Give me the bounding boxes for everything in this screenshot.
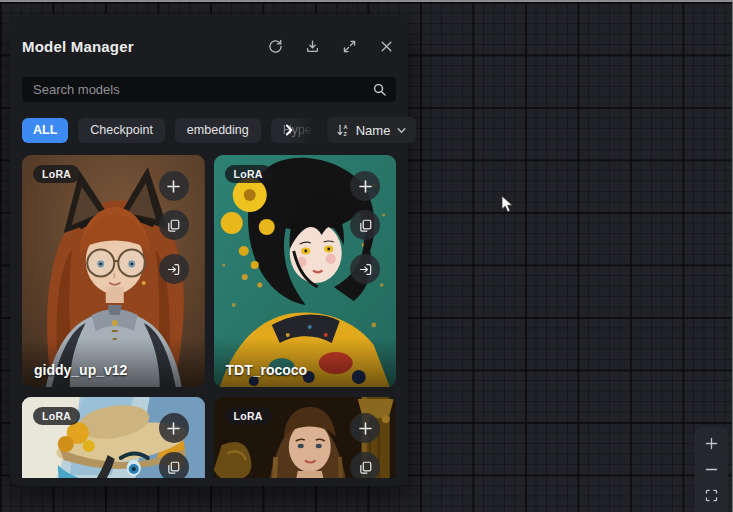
mouse-cursor <box>501 195 514 213</box>
download-icon <box>305 39 320 54</box>
load-workflow-button[interactable] <box>350 254 380 284</box>
panel-title: Model Manager <box>22 38 134 55</box>
minus-icon <box>704 462 719 477</box>
card-actions <box>159 171 189 284</box>
copy-model-button[interactable] <box>350 452 380 478</box>
load-workflow-button[interactable] <box>159 254 189 284</box>
plus-icon <box>357 420 374 437</box>
card-actions <box>350 171 380 284</box>
model-card-giddy-up-v12[interactable]: LoRA giddy_up_v12 <box>22 155 205 387</box>
search-icon <box>372 82 387 97</box>
fit-view-icon <box>704 488 719 503</box>
svg-text:A: A <box>343 124 347 130</box>
model-grid: LoRA giddy_up_v12 <box>22 155 396 478</box>
refresh-button[interactable] <box>267 38 283 54</box>
model-manager-panel: Model Manager <box>10 14 408 486</box>
card-actions <box>350 413 380 478</box>
model-type-badge: LoRA <box>225 165 272 183</box>
refresh-icon <box>268 39 283 54</box>
plus-icon <box>357 178 374 195</box>
copy-model-button[interactable] <box>159 210 189 240</box>
panel-header: Model Manager <box>22 34 396 58</box>
copy-icon <box>358 218 373 233</box>
plus-icon <box>704 436 719 451</box>
sort-dropdown[interactable]: A Z Name <box>327 117 417 143</box>
model-type-badge: LoRA <box>225 407 272 425</box>
model-card-partial-2[interactable]: LoRA <box>214 397 397 478</box>
filter-tab-all[interactable]: ALL <box>22 118 68 143</box>
filter-tab-embedding[interactable]: embedding <box>175 118 261 143</box>
add-to-workflow-button[interactable] <box>159 171 189 201</box>
chevron-right-icon <box>282 123 296 137</box>
copy-model-button[interactable] <box>350 210 380 240</box>
canvas-background[interactable]: Model Manager <box>0 0 733 512</box>
card-actions <box>159 413 189 478</box>
filter-scroll-right-button[interactable] <box>280 121 298 139</box>
model-name: TDT_rococo <box>214 338 397 387</box>
model-type-badge: LoRA <box>33 407 80 425</box>
add-to-workflow-button[interactable] <box>159 413 189 443</box>
model-list-viewport[interactable]: LoRA giddy_up_v12 <box>22 155 396 478</box>
copy-icon <box>166 460 181 475</box>
chevron-down-icon <box>396 125 407 136</box>
svg-text:Z: Z <box>343 131 347 137</box>
download-button[interactable] <box>304 38 320 54</box>
plus-icon <box>165 420 182 437</box>
add-to-workflow-button[interactable] <box>350 413 380 443</box>
sort-label: Name <box>356 123 391 138</box>
add-to-workflow-button[interactable] <box>350 171 380 201</box>
model-card-tdt-rococo[interactable]: LoRA TDT_rococo <box>214 155 397 387</box>
plus-icon <box>165 178 182 195</box>
expand-button[interactable] <box>341 38 357 54</box>
close-button[interactable] <box>378 38 394 54</box>
copy-icon <box>358 460 373 475</box>
header-actions <box>267 38 394 54</box>
copy-icon <box>166 218 181 233</box>
filter-tab-checkpoint[interactable]: Checkpoint <box>78 118 165 143</box>
zoom-out-button[interactable] <box>697 456 725 482</box>
close-icon <box>379 39 394 54</box>
search-input[interactable] <box>31 81 372 98</box>
canvas-zoom-toolbar <box>694 427 728 512</box>
sort-alpha-icon: A Z <box>336 123 350 137</box>
filter-tabs: ALL Checkpoint embedding Hype A Z Name <box>22 117 396 143</box>
fit-view-button[interactable] <box>697 482 725 508</box>
model-card-partial-1[interactable]: LoRA <box>22 397 205 478</box>
expand-icon <box>342 39 357 54</box>
model-name: giddy_up_v12 <box>22 338 205 387</box>
zoom-in-button[interactable] <box>697 430 725 456</box>
search-bar <box>22 77 396 102</box>
import-icon <box>358 262 373 277</box>
import-icon <box>166 262 181 277</box>
copy-model-button[interactable] <box>159 452 189 478</box>
model-type-badge: LoRA <box>33 165 80 183</box>
